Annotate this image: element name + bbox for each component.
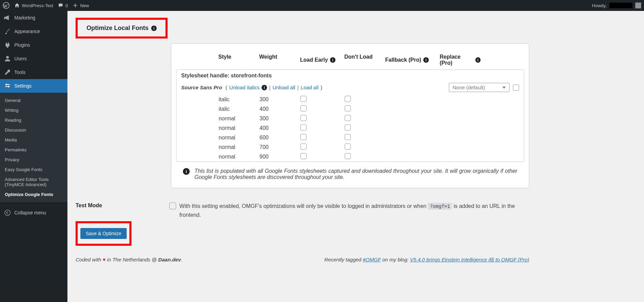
info-icon[interactable]: i (423, 57, 429, 63)
test-mode-row: Test Mode With this setting enabled, OMG… (76, 202, 529, 219)
th-dont-load: Don't Load (344, 54, 385, 66)
hashtag-link[interactable]: #OMGF (363, 257, 381, 262)
unload-all-link[interactable]: Unload all (272, 85, 295, 90)
variant-weight: 600 (260, 135, 300, 141)
svg-point-2 (5, 210, 10, 215)
dont-load-checkbox[interactable] (345, 153, 351, 159)
admin-toolbar: WordPress-Test 0 New Howdy, (0, 0, 644, 11)
submenu-discussion[interactable]: Discussion (0, 125, 67, 135)
main-content: Optimize Local Fonts i Style Weight Load… (67, 11, 537, 302)
new-link[interactable]: New (73, 3, 89, 8)
username-redacted (609, 3, 632, 8)
brush-icon (4, 28, 11, 35)
th-replace: Replace (Pro) i (440, 54, 481, 66)
chevron-down-icon (502, 87, 506, 89)
dont-load-checkbox[interactable] (345, 124, 351, 131)
stylesheet-handle-row: Stylesheet handle: storefront-fonts (176, 70, 524, 81)
font-family-name: Source Sans Pro (181, 85, 222, 90)
load-early-checkbox[interactable] (300, 153, 307, 159)
load-early-checkbox[interactable] (300, 124, 307, 131)
site-name: WordPress-Test (22, 3, 53, 8)
load-early-checkbox[interactable] (300, 105, 307, 111)
menu-settings[interactable]: Settings (0, 79, 67, 93)
test-mode-checkbox[interactable] (169, 202, 176, 209)
load-early-checkbox[interactable] (300, 96, 307, 102)
code-snippet: ?omgf=1 (428, 203, 452, 210)
dont-load-checkbox[interactable] (345, 144, 351, 150)
info-icon[interactable]: i (151, 26, 157, 31)
section-title: Optimize Local Fonts i (87, 25, 157, 32)
th-style: Style (218, 54, 259, 66)
sliders-icon (4, 82, 11, 89)
fallback-select[interactable]: None (default) (449, 83, 509, 92)
submenu-permalinks[interactable]: Permalinks (0, 145, 67, 155)
load-early-checkbox[interactable] (300, 144, 307, 150)
handle-label: Stylesheet handle: storefront-fonts (181, 73, 272, 79)
info-icon: i (183, 168, 190, 175)
menu-appearance[interactable]: Appearance (0, 25, 67, 38)
load-early-checkbox[interactable] (300, 115, 307, 121)
variant-style: normal (219, 154, 260, 160)
blog-post-link[interactable]: V5.4.0 brings Einstein Intelligence ð§ t… (410, 257, 529, 262)
test-mode-label: Test Mode (76, 202, 149, 209)
th-fallback: Fallback (Pro) i (385, 54, 440, 66)
site-link[interactable]: WordPress-Test (14, 3, 53, 8)
variant-row: normal400 (176, 123, 524, 133)
comments-count: 0 (65, 3, 68, 8)
new-label: New (80, 3, 89, 8)
load-early-checkbox[interactable] (300, 134, 307, 140)
author-link[interactable]: Daan.dev (158, 257, 181, 262)
info-icon[interactable]: i (330, 57, 335, 63)
variant-row: normal300 (176, 114, 524, 123)
dont-load-checkbox[interactable] (345, 105, 351, 111)
variant-weight: 900 (260, 154, 300, 160)
replace-checkbox[interactable] (513, 85, 519, 91)
submenu-reading[interactable]: Reading (0, 115, 67, 125)
dont-load-checkbox[interactable] (345, 115, 351, 121)
table-header-row: Style Weight Load Early i Don't Load Fal… (176, 54, 524, 70)
menu-plugins[interactable]: Plugins (0, 38, 67, 52)
user-menu[interactable]: Howdy, (592, 2, 641, 9)
submenu-easy-google-fonts[interactable]: Easy Google Fonts (0, 165, 67, 175)
submenu-media[interactable]: Media (0, 135, 67, 145)
save-optimize-button[interactable]: Save & Optimize (80, 228, 127, 239)
settings-submenu: General Writing Reading Discussion Media… (0, 93, 67, 202)
fonts-panel: Style Weight Load Early i Don't Load Fal… (171, 43, 529, 188)
variant-weight: 700 (260, 144, 300, 150)
font-table: Stylesheet handle: storefront-fonts Sour… (176, 70, 524, 162)
info-icon[interactable]: i (475, 57, 481, 63)
comments-link[interactable]: 0 (58, 3, 68, 8)
unload-italics-link[interactable]: Unload italics (229, 85, 260, 90)
collapse-menu[interactable]: Collapse menu (0, 206, 67, 220)
th-weight: Weight (259, 54, 300, 66)
submenu-writing[interactable]: Writing (0, 105, 67, 115)
footer: Coded with ♥ in The Netherlands @ Daan.d… (76, 257, 529, 262)
variant-weight: 400 (260, 125, 300, 131)
variant-row: italic400 (176, 104, 524, 114)
wp-logo[interactable] (3, 2, 10, 9)
menu-users[interactable]: Users (0, 52, 67, 65)
megaphone-icon (4, 14, 11, 21)
menu-marketing[interactable]: Marketing (0, 11, 67, 25)
variant-style: normal (219, 125, 260, 131)
collapse-icon (4, 209, 11, 216)
variant-row: normal700 (176, 142, 524, 152)
highlight-box-title: Optimize Local Fonts i (76, 18, 168, 39)
submenu-privacy[interactable]: Privacy (0, 155, 67, 165)
avatar (635, 2, 641, 9)
submenu-advanced-editor[interactable]: Advanced Editor Tools (TinyMCE Advanced) (0, 175, 67, 190)
info-note: i This list is populated with all Google… (176, 162, 524, 181)
test-mode-description: With this setting enabled, OMGF's optimi… (169, 202, 529, 219)
info-note-text: This list is populated with all Google F… (194, 168, 517, 180)
menu-tools[interactable]: Tools (0, 65, 67, 79)
load-all-link[interactable]: Load all (301, 85, 319, 90)
dont-load-checkbox[interactable] (345, 96, 351, 102)
dont-load-checkbox[interactable] (345, 134, 351, 140)
info-icon[interactable]: i (262, 85, 267, 90)
submenu-optimize-google-fonts[interactable]: Optimize Google Fonts (0, 190, 67, 199)
variant-row: italic300 (176, 95, 524, 104)
variant-style: normal (219, 116, 260, 122)
submenu-general[interactable]: General (0, 95, 67, 105)
admin-sidebar: Marketing Appearance Plugins Users Tools… (0, 11, 67, 302)
user-icon (4, 55, 11, 62)
